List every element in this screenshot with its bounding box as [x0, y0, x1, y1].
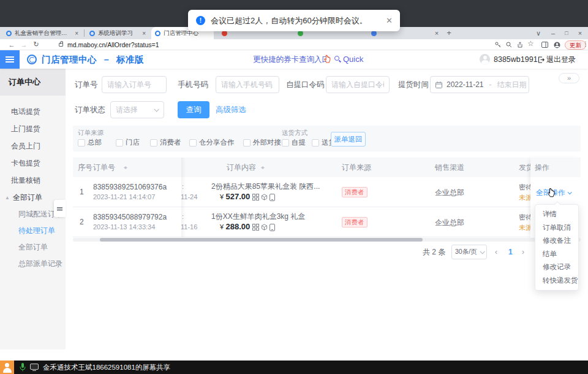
checkbox-store[interactable]: 门店	[116, 138, 140, 147]
sidebar-item-door-pickup[interactable]: 上门提货	[0, 120, 66, 137]
tab-close-icon[interactable]: ×	[142, 30, 146, 37]
order-time: 2023-11-13 14:33:34	[93, 223, 155, 231]
menu-item-edit-note[interactable]: 修改备注	[535, 234, 578, 248]
start-date-value[interactable]: 2022-11-21	[447, 80, 484, 89]
reload-icon[interactable]: ↻	[31, 40, 42, 48]
checkbox-icon[interactable]	[78, 139, 85, 147]
qr-icon[interactable]	[252, 194, 259, 200]
sidebar-item-member-visit[interactable]: 会员上门	[0, 137, 66, 155]
checkbox-icon[interactable]	[189, 139, 197, 147]
page-size-select[interactable]: 30条/页	[451, 245, 487, 259]
sort-icon[interactable]	[260, 164, 265, 171]
profile-avatar-icon[interactable]	[554, 40, 560, 48]
menu-item-details[interactable]: 详情	[535, 208, 578, 221]
edition-label: 标准版	[116, 55, 144, 64]
checkbox-label: 消费者	[160, 138, 181, 147]
tab-close-icon[interactable]: ×	[431, 27, 442, 39]
action-dropdown-menu: 详情 订单取消 修改备注 结单 修改记录 转快递发货	[535, 204, 579, 291]
checkbox-label: 自提	[292, 138, 306, 147]
date-range-picker[interactable]: 2022-11-21 - 结束日期	[430, 76, 529, 93]
qr-icon[interactable]	[252, 224, 259, 231]
user-avatar[interactable]	[480, 54, 490, 64]
hidden-tab-favicon-blue[interactable]	[371, 31, 377, 36]
end-date-placeholder[interactable]: 结束日期	[497, 80, 527, 90]
browser-tab-1[interactable]: 礼盒营销平台管理中心 ×	[2, 27, 82, 39]
tab-search-icon[interactable]: ∨	[533, 27, 544, 39]
quick-search-icon[interactable]	[334, 56, 339, 61]
checkbox-icon[interactable]	[243, 139, 251, 147]
quick-link[interactable]: Quick	[343, 50, 363, 69]
menu-item-close-order[interactable]: 结单	[535, 248, 578, 261]
dispatch-return-button[interactable]: 派单退回	[331, 132, 366, 147]
sidebar-item-batch-verify[interactable]: 批量核销	[0, 172, 66, 189]
url-text[interactable]: md.maboy.cn/AllOrder?status=1	[67, 41, 159, 48]
microphone-icon	[20, 363, 26, 372]
sidebar-toggle-button[interactable]	[0, 50, 20, 69]
checkbox-icon[interactable]	[150, 139, 157, 147]
password-key-icon[interactable]	[495, 40, 501, 48]
https-lock-icon	[59, 43, 63, 47]
new-tab-button[interactable]: +	[443, 27, 454, 39]
hidden-tab-favicon-green[interactable]	[298, 31, 303, 36]
sidebar-collapse-handle[interactable]	[54, 200, 66, 217]
side-panel-icon[interactable]	[541, 40, 548, 48]
date-range-separator: -	[489, 80, 492, 89]
menu-item-to-express[interactable]: 转快递发货	[535, 274, 578, 288]
toast-close-icon[interactable]: ✕	[386, 16, 393, 25]
sidebar-item-card-pickup[interactable]: 卡包提货	[0, 155, 66, 172]
hamburger-icon	[6, 56, 14, 58]
order-no-input[interactable]	[102, 76, 167, 93]
share-icon[interactable]	[517, 40, 523, 48]
zoom-icon[interactable]	[506, 40, 512, 48]
logout-button[interactable]: 退出登录	[538, 50, 576, 69]
order-status-label: 订单状态	[75, 101, 105, 118]
col-shipping-clipped: 发货	[519, 158, 530, 177]
order-no: 83859345088979792a	[93, 213, 167, 221]
menu-item-cancel-order[interactable]: 订单取消	[535, 221, 578, 235]
expand-filters-button[interactable]: »	[559, 73, 579, 83]
prev-page-button[interactable]: ‹	[495, 245, 497, 259]
tab-title: 礼盒营销平台管理中心	[15, 29, 72, 37]
sidebar-item-phone-pickup[interactable]: 电话提货	[0, 103, 66, 120]
table-row[interactable]: 2 83859345088979792a 2023-11-13 14:33:34…	[73, 207, 581, 237]
next-page-button[interactable]: ›	[522, 245, 524, 259]
forward-icon[interactable]: →	[18, 41, 29, 48]
window-minimize-button[interactable]: –	[548, 27, 559, 39]
browser-menu-icon[interactable]: ⋮	[582, 40, 588, 47]
sort-icon[interactable]	[123, 164, 128, 171]
phone-input[interactable]	[216, 76, 279, 93]
phone-icon[interactable]	[270, 194, 275, 201]
search-button[interactable]: 查询	[178, 101, 209, 118]
checkbox-warehouse-share[interactable]: 仓分享合作	[189, 138, 235, 147]
checkbox-consumer[interactable]: 消费者	[150, 138, 181, 147]
gift-box-icon[interactable]	[261, 194, 268, 200]
table-row[interactable]: 1 83859389251069376a 2023-11-21 14:14:07…	[73, 177, 581, 207]
coupon-query-link[interactable]: 更快捷的券卡查询入口	[253, 50, 330, 69]
checkbox-label: 仓分享合作	[199, 138, 235, 147]
order-status-select[interactable]: 请选择	[110, 101, 164, 118]
bookmark-star-icon[interactable]: ☆	[527, 39, 534, 48]
screen-share-text: 金禾通技术王斌18662591081的屏幕共享	[43, 363, 170, 372]
checkbox-icon[interactable]	[312, 139, 319, 147]
pickup-code-input[interactable]	[326, 76, 390, 93]
advanced-filter-link[interactable]: 高级筛选	[216, 101, 246, 118]
chevron-down-icon	[568, 190, 572, 194]
current-page-button[interactable]: 1	[508, 245, 513, 259]
checkbox-external[interactable]: 外部对接	[243, 138, 281, 147]
window-maximize-button[interactable]: □	[561, 27, 572, 39]
gift-box-icon[interactable]	[261, 224, 268, 231]
scrollbar-thumb[interactable]	[100, 238, 423, 242]
browser-tab-2[interactable]: 系统培训学习 ×	[86, 27, 149, 39]
hidden-tab-favicon-red[interactable]	[222, 31, 227, 36]
back-icon[interactable]: ←	[6, 41, 17, 48]
menu-item-edit-history[interactable]: 修改记录	[535, 261, 578, 274]
checkbox-hq[interactable]: 总部	[78, 138, 102, 147]
checkbox-self-pickup[interactable]: 自提	[282, 138, 306, 147]
pointing-hand-icon	[323, 55, 331, 66]
checkbox-icon[interactable]	[282, 139, 289, 147]
checkbox-icon[interactable]	[116, 139, 123, 147]
tab-close-icon[interactable]: ×	[75, 30, 78, 37]
sidebar-item-pending-orders[interactable]: 待处理订单	[0, 223, 66, 239]
phone-icon[interactable]	[270, 224, 275, 231]
window-close-button[interactable]: ×	[575, 27, 586, 39]
